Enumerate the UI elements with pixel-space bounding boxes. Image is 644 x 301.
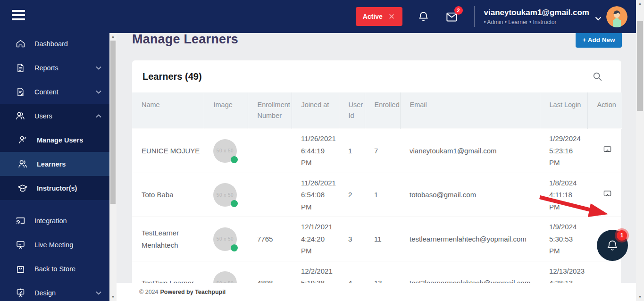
sidebar-item-label: Content [34, 88, 59, 96]
scroll-down-icon[interactable]: ▼ [636, 294, 644, 301]
chevron-down-icon[interactable] [595, 14, 602, 23]
footer: © 2024 Powered by Teachpupil [117, 283, 636, 301]
notification-count-badge: 1 [617, 230, 627, 241]
window-scrollbar[interactable]: ▲ ▼ [636, 0, 644, 301]
user-id: 3 [339, 217, 365, 261]
col-joined-at[interactable]: Joined at [292, 92, 339, 129]
login-as-user-button[interactable] [602, 144, 613, 155]
enrollment-number: 7765 [248, 217, 292, 261]
easel-icon [15, 288, 25, 298]
sidebar-item-dashboard[interactable]: Dashboard [0, 32, 109, 56]
learners-card: Learners (49) Name Image Enrollment Numb… [132, 60, 621, 301]
user-email: vianeytoukam1@gmail.com [484, 8, 590, 17]
scroll-down-icon[interactable]: ▼ [109, 294, 117, 301]
learner-email: testlearnermenlahtech@yopmail.com [400, 217, 540, 261]
users-icon [15, 111, 25, 121]
shopping-bag-icon [15, 264, 25, 274]
search-button[interactable] [592, 71, 602, 82]
joined-at: 11/26/20216:54:08 PM [292, 173, 339, 217]
online-status-dot [231, 156, 238, 163]
content-scrollbar[interactable]: ▲ ▼ [109, 33, 117, 301]
close-icon[interactable]: ✕ [388, 12, 395, 22]
col-last-login[interactable]: Last Login [540, 92, 587, 129]
app-window: Dashboard Reports Content [0, 0, 644, 301]
col-action[interactable]: Action [587, 92, 622, 129]
presentation-icon [15, 240, 25, 250]
chevron-down-icon [96, 291, 101, 295]
sidebar-item-label: Users [34, 112, 52, 120]
sidebar-item-users[interactable]: Users [0, 104, 109, 128]
learner-image-placeholder: 50 x 50 [213, 183, 237, 207]
users-icon [17, 159, 28, 169]
powered-by-text: Powered by Teachpupil [160, 289, 226, 295]
last-login: 1/9/20245:30:53 PM [540, 217, 587, 261]
user-id: 2 [339, 173, 365, 217]
graduation-cap-icon [17, 183, 28, 193]
chevron-up-icon [96, 114, 101, 118]
col-image[interactable]: Image [204, 92, 248, 129]
sidebar-item-reports[interactable]: Reports [0, 56, 109, 80]
messages-envelope-icon[interactable]: 2 [445, 9, 459, 24]
sidebar-item-back-to-store[interactable]: Back to Store [0, 257, 109, 281]
card-title: Learners (49) [142, 71, 202, 82]
last-login: 1/8/20244:11:18 PM [540, 173, 587, 217]
home-icon [15, 39, 25, 49]
scroll-up-icon[interactable]: ▲ [636, 0, 644, 7]
enrollment-number [248, 129, 292, 173]
report-file-icon [15, 63, 25, 73]
sidebar-item-label: Instructor(s) [37, 184, 77, 192]
joined-at: 12/1/20214:24:20 PM [292, 217, 339, 261]
enrolled-count: 7 [365, 129, 400, 173]
online-status-dot [231, 200, 238, 207]
scrollbar-thumb[interactable] [110, 41, 116, 204]
floating-notifications-button[interactable]: 1 [597, 230, 628, 261]
sidebar-item-learners[interactable]: Learners [0, 152, 109, 176]
learner-email: totobaso@gmail.com [400, 173, 540, 217]
active-status-button[interactable]: Active ✕ [356, 7, 402, 26]
messages-count-badge: 2 [454, 6, 463, 15]
enrolled-count: 1 [365, 173, 400, 217]
chevron-down-icon [96, 66, 101, 70]
sidebar-item-content[interactable]: Content [0, 80, 109, 104]
user-plus-icon [17, 135, 28, 145]
col-email[interactable]: Email [400, 92, 540, 129]
sidebar-users-group: Users Manage Users Learners [0, 104, 109, 200]
learner-image-placeholder: 50 x 50 [213, 139, 237, 163]
enrolled-count: 11 [365, 217, 400, 261]
learners-table: Name Image Enrollment Number Joined at U… [132, 92, 622, 301]
sidebar-item-label: Integration [34, 217, 67, 225]
sidebar: Dashboard Reports Content [0, 0, 109, 301]
avatar[interactable] [606, 6, 627, 27]
airplay-icon [604, 147, 611, 151]
sidebar-item-label: Learners [37, 160, 66, 168]
enrollment-number [248, 173, 292, 217]
sidebar-item-integration[interactable]: Integration [0, 209, 109, 233]
sidebar-item-instructors[interactable]: Instructor(s) [0, 176, 109, 200]
add-new-button[interactable]: + Add New [576, 33, 622, 48]
user-id: 1 [339, 129, 365, 173]
user-roles: • Admin • Learner • Instructor [484, 19, 590, 25]
sidebar-item-manage-users[interactable]: Manage Users [0, 128, 109, 152]
col-user-id[interactable]: User Id [339, 92, 365, 129]
bell-icon [606, 239, 619, 252]
login-as-user-button[interactable] [602, 188, 613, 199]
col-name[interactable]: Name [132, 92, 204, 129]
main-content: Manage Learners + Add New Learners (49) … [117, 33, 636, 301]
table-row: EUNICE MOJUYE 50 x 50 11/26/20216:44:19 … [132, 129, 622, 173]
hamburger-menu-icon[interactable] [12, 10, 25, 20]
last-login: 1/29/20245:23:16 PM [540, 129, 587, 173]
col-enrolled[interactable]: Enrolled [365, 92, 400, 129]
scroll-up-icon[interactable]: ▲ [109, 33, 117, 40]
copyright-text: © 2024 [139, 289, 159, 295]
scrollbar-thumb[interactable] [637, 21, 643, 111]
col-enrollment-number[interactable]: Enrollment Number [248, 92, 292, 129]
table-header-row: Name Image Enrollment Number Joined at U… [132, 92, 622, 129]
top-header: Active ✕ 2 vianeytoukam1@gmail.com • Adm… [109, 0, 636, 33]
active-label: Active [363, 13, 383, 20]
sidebar-item-live-meeting[interactable]: Live Meeting [0, 233, 109, 257]
sidebar-item-design[interactable]: Design [0, 281, 109, 301]
user-menu[interactable]: vianeytoukam1@gmail.com • Admin • Learne… [484, 8, 590, 25]
learner-name: EUNICE MOJUYE [132, 129, 204, 173]
content-edit-icon [15, 87, 25, 97]
notifications-bell-icon[interactable] [417, 9, 431, 24]
